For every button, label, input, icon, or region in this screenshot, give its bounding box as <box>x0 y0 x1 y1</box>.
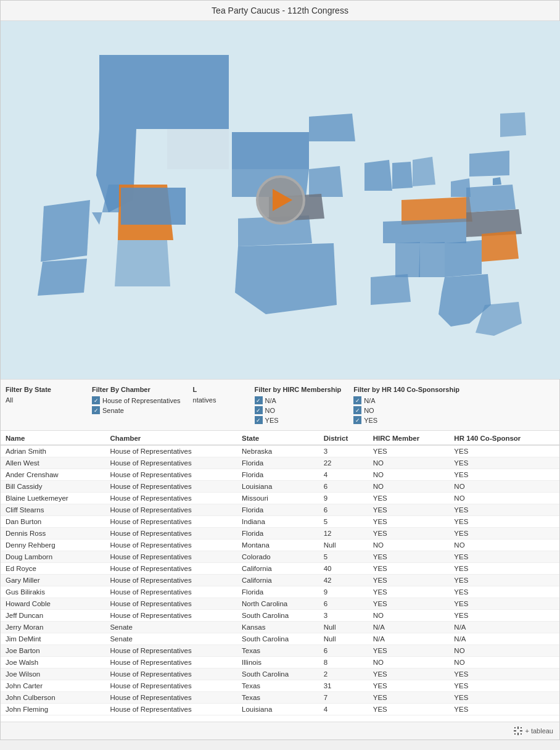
cell-22-1: House of Representatives <box>105 704 237 715</box>
state-tennessee <box>383 219 466 243</box>
filter-state-value: All <box>6 396 80 404</box>
cell-22-4: YES <box>368 704 450 715</box>
cell-2-3: 4 <box>319 469 368 481</box>
cell-3-4: NO <box>368 481 450 493</box>
hr140-na-label: N/A <box>364 397 375 404</box>
table-row: Ander CrenshawHouse of RepresentativesFl… <box>1 469 559 481</box>
cell-13-1: House of Representatives <box>105 598 237 610</box>
cell-3-5: NO <box>449 481 559 493</box>
cell-7-5: YES <box>449 528 559 540</box>
cell-6-4: YES <box>368 516 450 528</box>
cell-3-0: Bill Cassidy <box>1 481 105 493</box>
page-title: Tea Party Caucus - 112th Congress <box>1 1 559 21</box>
cell-12-1: House of Representatives <box>105 586 237 598</box>
cell-13-4: YES <box>368 598 450 610</box>
svg-rect-5 <box>514 727 516 728</box>
cell-19-1: House of Representatives <box>105 669 237 680</box>
table-row: John CarterHouse of RepresentativesTexas… <box>1 680 559 692</box>
col-chamber: Chamber <box>105 431 237 445</box>
col-state: State <box>237 431 319 445</box>
cell-9-3: 5 <box>319 551 368 563</box>
table-row: Gus BilirakisHouse of RepresentativesFlo… <box>1 586 559 598</box>
cell-10-1: House of Representatives <box>105 563 237 575</box>
table-row: Jeff DuncanHouse of RepresentativesSouth… <box>1 610 559 622</box>
svg-rect-3 <box>514 730 516 731</box>
cell-4-3: 9 <box>319 493 368 504</box>
title-text: Tea Party Caucus - 112th Congress <box>212 6 348 15</box>
cell-5-3: 6 <box>319 504 368 516</box>
play-button[interactable] <box>256 175 305 225</box>
hirc-yes[interactable]: ✓ YES <box>255 416 342 424</box>
checkbox-hr140-na: ✓ <box>353 396 361 404</box>
cell-16-3: Null <box>319 633 368 645</box>
checkbox-hr140-no: ✓ <box>353 406 361 414</box>
cell-5-4: YES <box>368 504 450 516</box>
cell-6-0: Dan Burton <box>1 516 105 528</box>
cell-4-0: Blaine Luetkemeyer <box>1 493 105 504</box>
state-virginia <box>466 185 516 212</box>
cell-12-3: 9 <box>319 586 368 598</box>
table-row: Joe WalshHouse of RepresentativesIllinoi… <box>1 657 559 669</box>
filter-state-label: Filter By State <box>6 386 80 393</box>
filter-hirc-label: Filter by HIRC Membership <box>255 386 342 393</box>
filter-state-group: Filter By State All <box>6 386 80 404</box>
cell-11-5: YES <box>449 575 559 586</box>
filter-hr140-group: Filter by HR 140 Co-Sponsorship ✓ N/A ✓ … <box>353 386 459 424</box>
cell-8-3: Null <box>319 540 368 551</box>
table-row: Denny RehbergHouse of RepresentativesMon… <box>1 540 559 551</box>
chamber-option-1[interactable]: ✓ House of Representatives <box>92 396 181 404</box>
cell-5-2: Florida <box>237 504 319 516</box>
col-hr140: HR 140 Co-Sponsor <box>449 431 559 445</box>
cell-7-0: Dennis Ross <box>1 528 105 540</box>
cell-15-5: N/A <box>449 622 559 633</box>
table-row: Cliff StearnsHouse of RepresentativesFlo… <box>1 504 559 516</box>
hirc-no[interactable]: ✓ NO <box>255 406 342 414</box>
hr140-na[interactable]: ✓ N/A <box>353 396 459 404</box>
cell-17-1: House of Representatives <box>105 645 237 657</box>
play-icon <box>273 189 292 211</box>
hr140-no[interactable]: ✓ NO <box>353 406 459 414</box>
filter-bar: Filter By State All Filter By Chamber ✓ … <box>1 379 559 431</box>
cell-2-1: House of Representatives <box>105 469 237 481</box>
cell-21-4: YES <box>368 692 450 704</box>
cell-22-2: Louisiana <box>237 704 319 715</box>
cell-7-2: Florida <box>237 528 319 540</box>
cell-2-4: NO <box>368 469 450 481</box>
cell-12-0: Gus Bilirakis <box>1 586 105 598</box>
table-row: Ed RoyceHouse of RepresentativesCaliforn… <box>1 563 559 575</box>
cell-19-0: Joe Wilson <box>1 669 105 680</box>
cell-10-5: YES <box>449 563 559 575</box>
cell-16-5: N/A <box>449 633 559 645</box>
cell-4-2: Missouri <box>237 493 319 504</box>
state-wyoming <box>167 129 229 169</box>
hirc-na[interactable]: ✓ N/A <box>255 396 342 404</box>
cell-17-0: Joe Barton <box>1 645 105 657</box>
chamber-option-2[interactable]: ✓ Senate <box>92 406 181 414</box>
legend-group: L ntatives <box>193 386 242 404</box>
cell-22-0: John Fleming <box>1 704 105 715</box>
cell-12-5: YES <box>449 586 559 598</box>
cell-20-1: House of Representatives <box>105 680 237 692</box>
tableau-icon <box>513 726 523 736</box>
cell-22-3: 4 <box>319 704 368 715</box>
state-indiana <box>392 162 413 189</box>
cell-18-1: House of Representatives <box>105 657 237 669</box>
cell-12-2: Florida <box>237 586 319 598</box>
cell-0-2: Nebraska <box>237 445 319 457</box>
cell-1-2: Florida <box>237 457 319 469</box>
cell-1-0: Allen West <box>1 457 105 469</box>
hr140-no-label: NO <box>364 407 374 414</box>
state-ohio <box>413 157 435 186</box>
cell-2-5: YES <box>449 469 559 481</box>
svg-rect-8 <box>521 733 522 735</box>
cell-8-2: Montana <box>237 540 319 551</box>
cell-18-2: Illinois <box>237 657 319 669</box>
table-row: John CulbersonHouse of RepresentativesTe… <box>1 692 559 704</box>
cell-5-1: House of Representatives <box>105 504 237 516</box>
main-container: Tea Party Caucus - 112th Congress <box>0 0 560 740</box>
table-row: John FlemingHouse of RepresentativesLoui… <box>1 704 559 715</box>
cell-5-5: YES <box>449 504 559 516</box>
cell-19-4: YES <box>368 669 450 680</box>
hr140-yes[interactable]: ✓ YES <box>353 416 459 424</box>
state-montana <box>99 55 229 129</box>
